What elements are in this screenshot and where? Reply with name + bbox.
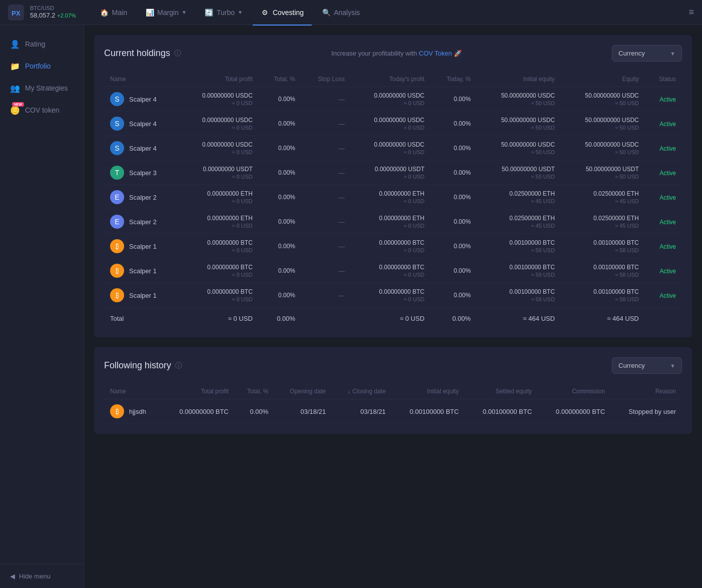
status-badge: Active [659, 243, 676, 250]
holding-status: Active [645, 185, 682, 210]
holding-strategy-name: Scalper 4 [129, 96, 157, 103]
status-badge: Active [659, 219, 676, 226]
col-name: Name [104, 72, 179, 87]
nav-covesting[interactable]: ⚙ Covesting [253, 4, 312, 21]
history-coin-icon: ₿ [110, 404, 124, 418]
sidebar-item-portfolio[interactable]: 📁 Portfolio [0, 55, 84, 77]
holdings-currency-select[interactable]: Currency ▼ [612, 45, 682, 62]
table-row: E Scalper 2 0.00000000 ETH ≈ 0 USD 0.00%… [104, 185, 682, 210]
navbar: PX BTC/USD 58,057.2 +2.07% 🏠 Main 📊 Marg… [0, 0, 702, 25]
margin-arrow: ▼ [182, 10, 187, 15]
nav-turbo[interactable]: 🔄 Turbo ▼ [197, 4, 251, 21]
holding-total-profit: 0.00000000 USDC ≈ 0 USD [179, 136, 258, 161]
holding-today-profit: 0.00000000 BTC ≈ 0 USD [351, 283, 430, 308]
holding-total-pct: 0.00% [259, 185, 301, 210]
hamburger-menu-button[interactable]: ≡ [688, 7, 694, 18]
holdings-table: Name Total profit Total, % Stop Loss Tod… [104, 72, 682, 327]
sidebar: 👤 Rating 📁 Portfolio 👥 My Strategies 🪙 N… [0, 25, 84, 588]
holding-strategy-name: Scalper 1 [129, 267, 157, 275]
holding-today-profit: 0.00000000 BTC ≈ 0 USD [351, 259, 430, 283]
holding-status: Active [645, 210, 682, 234]
status-badge: Active [659, 194, 676, 201]
total-today-pct: 0.00% [430, 308, 477, 328]
hide-menu-button[interactable]: ◀ Hide menu [0, 564, 84, 588]
holding-stop-loss: — [301, 185, 351, 210]
nav-margin[interactable]: 📊 Margin ▼ [137, 4, 195, 21]
total-pct: 0.00% [259, 308, 301, 328]
holding-total-pct: 0.00% [259, 136, 301, 161]
holding-total-pct: 0.00% [259, 112, 301, 136]
holding-initial-equity: 0.00100000 BTC ≈ 58 USD [477, 234, 561, 259]
holding-stop-loss: — [301, 234, 351, 259]
holding-today-profit: 0.00000000 USDC ≈ 0 USD [351, 112, 430, 136]
holding-stop-loss: — [301, 112, 351, 136]
holding-stop-loss: — [301, 259, 351, 283]
currency-select-arrow: ▼ [670, 51, 675, 57]
following-history-header: Following history ⓘ Currency ▼ [104, 357, 682, 374]
holding-initial-equity: 50.00000000 USDC ≈ 50 USD [477, 136, 561, 161]
holding-status: Active [645, 234, 682, 259]
coin-icon-btc: ₿ [110, 288, 124, 302]
history-reason: Stopped by user [611, 399, 682, 424]
portfolio-icon: 📁 [10, 61, 20, 71]
history-currency-select[interactable]: Currency ▼ [612, 357, 682, 374]
history-total-profit: 0.00000000 BTC [162, 399, 235, 424]
holding-total-pct: 0.00% [259, 259, 301, 283]
holding-strategy-name: Scalper 2 [129, 218, 157, 226]
col-initial-equity: Initial equity [477, 72, 561, 87]
turbo-icon: 🔄 [205, 8, 214, 17]
nav-analysis[interactable]: 🔍 Analysis [314, 4, 368, 21]
holding-today-pct: 0.00% [430, 161, 477, 185]
holding-strategy-name: Scalper 1 [129, 292, 157, 299]
cov-token-link[interactable]: COV Token 🚀 [419, 50, 462, 57]
holding-total-profit: 0.00000000 BTC ≈ 0 USD [179, 283, 258, 308]
price-change: +2.07% [57, 13, 76, 19]
col-equity: Equity [561, 72, 645, 87]
holding-today-profit: 0.00000000 ETH ≈ 0 USD [351, 185, 430, 210]
new-badge: NEW [12, 102, 24, 107]
nav-main[interactable]: 🏠 Main [92, 4, 135, 21]
history-info-icon: ⓘ [175, 361, 182, 370]
table-row: S Scalper 4 0.00000000 USDC ≈ 0 USD 0.00… [104, 136, 682, 161]
cov-icon: 🪙 NEW [10, 105, 20, 115]
sidebar-item-rating[interactable]: 👤 Rating [0, 33, 84, 55]
holding-strategy-name: Scalper 4 [129, 145, 157, 152]
holding-today-pct: 0.00% [430, 210, 477, 234]
coin-icon-btc: ₿ [110, 264, 124, 278]
holding-total-pct: 0.00% [259, 234, 301, 259]
history-settled-equity: 0.00100000 BTC [465, 399, 538, 424]
holding-today-pct: 0.00% [430, 136, 477, 161]
holding-initial-equity: 0.00100000 BTC ≈ 58 USD [477, 283, 561, 308]
holding-name-cell: ₿ Scalper 1 [104, 234, 179, 259]
status-badge: Active [659, 268, 676, 275]
holding-today-pct: 0.00% [430, 87, 477, 112]
sidebar-item-my-strategies[interactable]: 👥 My Strategies [0, 77, 84, 99]
total-label: Total [104, 308, 179, 328]
holding-stop-loss: — [301, 210, 351, 234]
holding-name-cell: T Scalper 3 [104, 161, 179, 185]
holdings-total-row: Total ≈ 0 USD 0.00% ≈ 0 USD 0.00% ≈ 464 … [104, 308, 682, 328]
price-info: BTC/USD 58,057.2 +2.07% [30, 5, 76, 20]
holding-stop-loss: — [301, 161, 351, 185]
app-logo: PX [8, 5, 24, 21]
holding-strategy-name: Scalper 2 [129, 194, 157, 201]
holdings-info-icon: ⓘ [174, 49, 181, 58]
chevron-left-icon: ◀ [10, 572, 15, 580]
sidebar-item-cov-token[interactable]: 🪙 NEW COV token [0, 99, 84, 121]
holding-strategy-name: Scalper 3 [129, 169, 157, 177]
home-icon: 🏠 [100, 8, 109, 17]
fh-col-commission: Commission [538, 384, 611, 399]
holding-today-pct: 0.00% [430, 185, 477, 210]
holding-today-profit: 0.00000000 USDC ≈ 0 USD [351, 87, 430, 112]
holding-name-cell: ₿ Scalper 1 [104, 259, 179, 283]
total-initial-equity: ≈ 464 USD [477, 308, 561, 328]
holding-strategy-name: Scalper 4 [129, 120, 157, 128]
history-strategy-name: hjjsdh [129, 408, 146, 415]
table-row: T Scalper 3 0.00000000 USDT ≈ 0 USD 0.00… [104, 161, 682, 185]
holding-total-pct: 0.00% [259, 210, 301, 234]
holding-initial-equity: 50.00000000 USDC ≈ 50 USD [477, 87, 561, 112]
holdings-promo: Increase your profitability with COV Tok… [181, 50, 612, 57]
col-total-profit: Total profit [179, 72, 258, 87]
holding-status: Active [645, 87, 682, 112]
holding-today-pct: 0.00% [430, 234, 477, 259]
